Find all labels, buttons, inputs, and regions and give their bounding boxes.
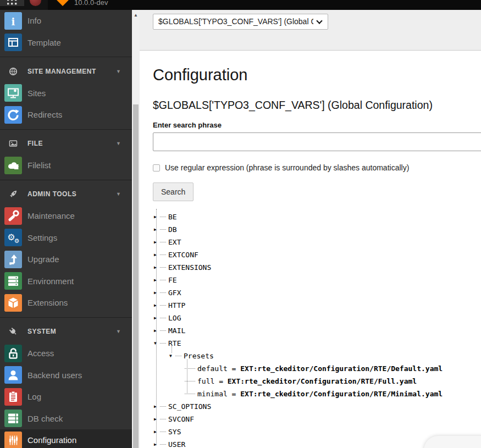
sidebar-section-site-management[interactable]: SITE MANAGEMENT▼: [0, 60, 132, 82]
tree-line: [156, 209, 157, 445]
tree-expand-icon[interactable]: ▶: [154, 303, 160, 308]
notification-logo-icon[interactable]: [30, 0, 41, 6]
sliders-icon: [4, 432, 22, 448]
tree-node-label: minimal: [197, 390, 228, 398]
regex-checkbox[interactable]: [153, 164, 160, 172]
tree-connector: [160, 324, 166, 331]
configuration-section-dropdown[interactable]: $GLOBALS['TYPO3_CONF_VARS'] (Global Conf…: [153, 14, 328, 30]
section-caret-icon[interactable]: ▼: [116, 141, 121, 146]
section-caret-icon[interactable]: ▼: [116, 191, 121, 197]
sidebar-item-extensions[interactable]: Extensions: [0, 292, 132, 314]
tree-expand-icon[interactable]: ▶: [154, 278, 160, 283]
tree-expand-icon[interactable]: ▶: [154, 240, 160, 245]
search-button[interactable]: Search: [153, 182, 193, 201]
tree-expand-icon[interactable]: ▶: [154, 252, 160, 257]
tree-expand-icon[interactable]: ▶: [154, 265, 160, 270]
tree-node-label: SVCONF: [168, 415, 194, 423]
tree-connector: [160, 236, 166, 242]
sidebar-item-label: Upgrade: [27, 255, 59, 264]
tree-node-ext: ▶EXT: [153, 236, 481, 248]
sidebar-item-settings[interactable]: ⚙⚙Settings: [0, 227, 132, 249]
tree-node-log: ▶LOG: [153, 312, 481, 324]
sidebar-item-db-check[interactable]: DB check: [0, 408, 132, 430]
sidebar-section-label: FILE: [27, 140, 43, 147]
tree-expand-icon[interactable]: ▶: [154, 290, 160, 295]
image-icon: [9, 139, 18, 148]
tree-expand-icon[interactable]: ▶: [154, 227, 160, 232]
floating-button[interactable]: [424, 436, 481, 448]
tree-connector: [160, 438, 166, 445]
sidebar-item-upgrade[interactable]: Upgrade: [0, 248, 132, 270]
tree-node-fe: ▶FE: [153, 274, 481, 286]
tree-node-label: RTE: [168, 339, 181, 347]
tree-node-label: LOG: [168, 314, 181, 322]
tree-node-label: BE: [168, 213, 177, 221]
sidebar-section-label: SITE MANAGEMENT: [27, 68, 96, 75]
tree-collapse-icon[interactable]: ▼: [154, 341, 160, 346]
upgrade-icon: [4, 251, 22, 268]
sidebar-item-maintenance[interactable]: Maintenance: [0, 205, 132, 227]
sidebar-item-label: Settings: [27, 233, 57, 242]
sidebar-section-admin-tools[interactable]: ADMIN TOOLS▼: [0, 184, 132, 206]
tree-connector: [160, 337, 166, 344]
sidebar-item-environment[interactable]: Environment: [0, 270, 132, 292]
tree-node-label: USER: [168, 440, 185, 448]
scrollbar-thumb[interactable]: [133, 104, 139, 448]
sidebar-item-sites[interactable]: Sites: [0, 82, 132, 104]
search-phrase-label: Enter search phrase: [153, 121, 481, 129]
tree-node-label: HTTP: [168, 301, 185, 309]
sidebar-item-info[interactable]: iInfo: [0, 10, 132, 32]
tree-node-label: EXT: [168, 238, 181, 246]
tree-node-value: = EXT:rte_ckeditor/Configuration/RTE/Ful…: [214, 377, 417, 385]
plug-icon: [9, 327, 18, 336]
tree-expand-icon[interactable]: ▶: [154, 417, 160, 422]
tree-expand-icon[interactable]: ▶: [154, 214, 160, 219]
globe-icon: [9, 67, 18, 76]
sidebar-item-label: Sites: [27, 89, 46, 98]
sidebar-item-label: Extensions: [27, 298, 68, 307]
top-bar: 10.0.0-dev: [0, 0, 481, 10]
tree-node-label: full: [197, 377, 214, 385]
tree-expand-icon[interactable]: ▶: [154, 404, 160, 409]
sidebar-item-configuration[interactable]: Configuration: [0, 429, 132, 448]
sidebar-item-backend-users[interactable]: Backend users: [0, 364, 132, 386]
sidebar-item-label: Template: [27, 38, 61, 47]
version-label: 10.0.0-dev: [74, 0, 108, 6]
tree-node-svconf: ▶SVCONF: [153, 413, 481, 425]
module-menu-toggle-button[interactable]: [0, 0, 24, 6]
tree-node-value: = EXT:rte_ckeditor/Configuration/RTE/Min…: [228, 390, 443, 398]
tree-node-sys: ▶SYS: [153, 425, 481, 438]
sidebar-item-log[interactable]: Log: [0, 386, 132, 408]
tree-node-default: default = EXT:rte_ckeditor/Configuration…: [153, 362, 481, 375]
sidebar-item-access[interactable]: Access: [0, 342, 132, 364]
scroll-up-arrow-icon[interactable]: ▲: [132, 13, 140, 18]
tree-node-extensions: ▶EXTENSIONS: [153, 261, 481, 274]
sidebar-item-label: Log: [27, 392, 41, 401]
tree-connector: [160, 248, 166, 255]
tree-node-label: FE: [168, 276, 177, 284]
svg-text:i: i: [12, 15, 15, 27]
tree-node-db: ▶DB: [153, 223, 481, 236]
sidebar-item-template[interactable]: Template: [0, 32, 132, 54]
tree-expand-icon[interactable]: ▶: [154, 429, 160, 434]
search-input[interactable]: [153, 132, 481, 151]
database-icon: [4, 410, 22, 427]
tree-expand-icon[interactable]: ▶: [154, 442, 160, 447]
section-caret-icon[interactable]: ▼: [116, 329, 121, 334]
tree-line: [172, 346, 172, 353]
chevron-down-icon: [316, 18, 322, 24]
content-scrollbar[interactable]: ▲: [132, 10, 140, 448]
server-icon: [4, 272, 22, 290]
sidebar-item-label: Configuration: [27, 435, 76, 445]
sidebar-section-file[interactable]: FILE▼: [0, 133, 132, 155]
sidebar-section-system[interactable]: SYSTEM▼: [0, 321, 132, 343]
tree-expand-icon[interactable]: ▶: [154, 328, 160, 333]
section-caret-icon[interactable]: ▼: [116, 69, 121, 74]
tree-expand-icon[interactable]: ▶: [154, 316, 160, 320]
tree-node-label: default: [197, 364, 228, 373]
sidebar-item-redirects[interactable]: Redirects: [0, 104, 132, 126]
tree-connector: [160, 286, 166, 293]
tree-collapse-icon[interactable]: ▼: [169, 353, 175, 358]
sidebar-item-filelist[interactable]: Filelist: [0, 154, 132, 176]
clipboard-icon: [4, 388, 22, 406]
